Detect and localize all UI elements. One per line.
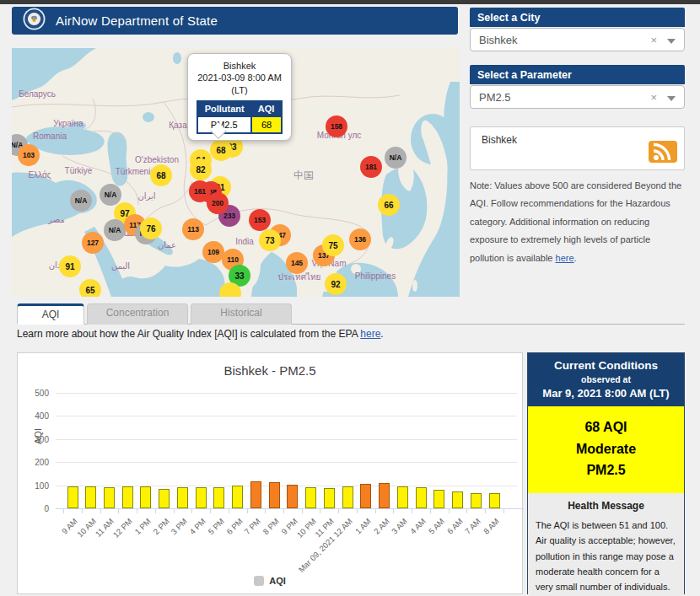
aqi-marker[interactable]: 92 xyxy=(325,273,347,295)
aqi-bar[interactable] xyxy=(213,487,224,508)
aqi-marker[interactable]: N/A xyxy=(70,190,92,212)
chart-legend[interactable]: AQI xyxy=(18,576,522,586)
tooltip-city: Bishkek xyxy=(192,60,287,72)
aqi-marker[interactable]: N/A xyxy=(385,147,407,169)
aqi-bar[interactable] xyxy=(85,486,96,508)
x-tick xyxy=(466,509,467,513)
app-title: AirNow Department of State xyxy=(56,13,218,28)
map-country-label: Қаза xyxy=(169,121,186,130)
current-conditions-panel: Current Conditions observed at Mar 9, 20… xyxy=(527,352,685,594)
aqi-marker[interactable]: 91 xyxy=(59,255,81,277)
aqi-bar[interactable] xyxy=(379,483,390,508)
aqi-marker[interactable]: 181 xyxy=(360,156,382,178)
aqi-marker[interactable]: 76 xyxy=(140,217,162,239)
tab-aqi[interactable]: AQI xyxy=(17,303,84,325)
aqi-bar[interactable] xyxy=(360,484,371,508)
aqi-marker[interactable]: 136 xyxy=(349,228,371,250)
gridline xyxy=(56,393,517,394)
gridline xyxy=(56,462,517,463)
aqi-bar[interactable] xyxy=(471,493,482,508)
clear-icon[interactable]: × xyxy=(650,34,657,46)
aqi-bar[interactable] xyxy=(452,491,463,508)
aqi-bar[interactable] xyxy=(196,487,207,508)
x-tick xyxy=(82,509,83,513)
x-tick xyxy=(229,509,229,513)
aqi-map[interactable]: БеларусьУкраїнаRomaniaΕλλάςTürkiyeҚазаO'… xyxy=(12,48,460,297)
aqi-bar[interactable] xyxy=(433,490,444,508)
aqi-bar[interactable] xyxy=(287,485,298,508)
legend-label: AQI xyxy=(269,576,286,586)
aqi-bar[interactable] xyxy=(342,486,353,508)
parameter-select-value: PM2.5 xyxy=(479,91,511,104)
aqi-bar[interactable] xyxy=(67,486,78,508)
aqi-bar[interactable] xyxy=(104,487,115,508)
x-tick xyxy=(485,509,486,513)
aqi-marker[interactable]: 113 xyxy=(182,218,204,240)
map-country-label: 中国 xyxy=(293,169,314,183)
aqi-bar[interactable] xyxy=(305,487,316,508)
city-select[interactable]: Bishkek × xyxy=(470,28,685,51)
aqi-bar[interactable] xyxy=(489,493,500,508)
conditions-title: Current Conditions xyxy=(531,359,681,372)
note-before: Note: Values above 500 are considered Be… xyxy=(470,180,681,263)
aqi-bar[interactable] xyxy=(269,482,280,508)
aqi-bar[interactable] xyxy=(232,486,243,508)
chevron-down-icon[interactable] xyxy=(667,39,676,44)
x-tick xyxy=(503,509,504,513)
clear-icon[interactable]: × xyxy=(650,91,657,104)
aqi-bar[interactable] xyxy=(250,481,261,508)
aqi-marker[interactable]: 127 xyxy=(82,232,104,254)
aqi-marker[interactable]: 66 xyxy=(378,194,400,216)
aqi-marker[interactable]: 82 xyxy=(190,158,212,180)
aqi-marker[interactable]: 145 xyxy=(286,252,308,274)
aqi-bar[interactable] xyxy=(416,487,427,508)
aqi-marker[interactable]: N/A xyxy=(100,184,121,206)
aqi-marker[interactable]: 200 xyxy=(207,192,229,214)
tab-concentration[interactable]: Concentration xyxy=(87,303,188,325)
aqi-marker[interactable]: 75 xyxy=(322,234,344,256)
chevron-down-icon[interactable] xyxy=(667,96,676,101)
aqi-marker[interactable]: N/A xyxy=(104,219,126,241)
learn-more-after: . xyxy=(380,328,383,340)
aqi-marker[interactable]: 158 xyxy=(326,115,347,137)
aqi-marker[interactable]: 73 xyxy=(259,229,281,251)
x-tick xyxy=(393,509,394,513)
parameter-select[interactable]: PM2.5 × xyxy=(470,85,685,109)
aqi-bar[interactable] xyxy=(140,486,151,508)
aqi-bar[interactable] xyxy=(177,487,188,508)
map-country-label: Беларусь xyxy=(19,89,56,99)
aqi-bar[interactable] xyxy=(159,489,170,508)
aqi-bar[interactable] xyxy=(397,486,408,508)
aqi-marker[interactable]: 65 xyxy=(79,279,101,297)
aqi-bar[interactable] xyxy=(324,488,335,508)
map-tooltip: Bishkek 2021-03-09 8:00 AM (LT) Pollutan… xyxy=(187,53,292,141)
map-country-label: India xyxy=(235,237,254,246)
aqi-bar[interactable] xyxy=(122,486,133,508)
x-tick xyxy=(320,509,320,513)
window-top-strip xyxy=(0,0,700,4)
aqi-marker[interactable]: 103 xyxy=(18,144,40,166)
learn-more-link[interactable]: here xyxy=(360,328,380,340)
conditions-header: Current Conditions observed at Mar 9, 20… xyxy=(528,353,684,406)
x-axis-line xyxy=(56,508,524,509)
note-after: . xyxy=(574,253,577,263)
x-tick xyxy=(155,509,156,513)
y-tick-label: 100 xyxy=(24,481,49,491)
tab-bar: AQI Concentration Historical xyxy=(17,303,685,325)
tab-historical[interactable]: Historical xyxy=(191,303,292,325)
tooltip-aqi-value: 68 xyxy=(251,116,283,133)
page: AirNow Department of State xyxy=(0,0,700,596)
aqi-marker[interactable]: 68 xyxy=(150,164,172,186)
health-message-title: Health Message xyxy=(536,500,676,512)
aqi-marker[interactable]: 68 xyxy=(210,139,232,161)
x-tick xyxy=(210,509,211,513)
y-tick-label: 400 xyxy=(24,411,49,421)
note-link[interactable]: here xyxy=(556,253,574,263)
x-tick xyxy=(118,509,119,513)
x-tick xyxy=(100,509,101,513)
map-country-label: Türkiye xyxy=(65,166,93,175)
rss-icon[interactable] xyxy=(649,141,677,163)
y-tick-label: 0 xyxy=(24,504,49,513)
aqi-marker[interactable]: 153 xyxy=(249,209,271,231)
city-select-value: Bishkek xyxy=(479,34,518,46)
